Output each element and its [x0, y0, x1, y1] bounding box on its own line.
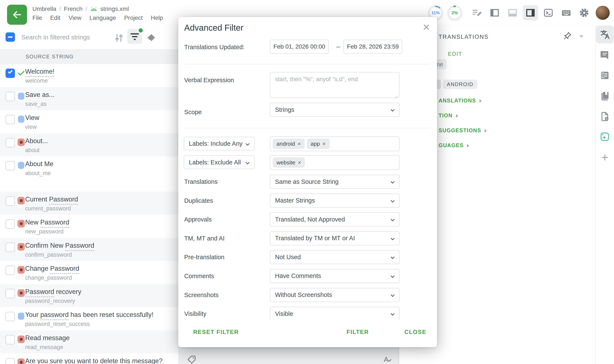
- field-select[interactable]: Same as Source String: [270, 175, 399, 189]
- glossary-term: Password: [50, 265, 79, 274]
- chevron-down-icon[interactable]: [579, 35, 583, 38]
- date-from-input[interactable]: Feb 01, 2026 00:00: [270, 40, 329, 54]
- labels-tag-icon[interactable]: [187, 355, 197, 364]
- row-checkbox[interactable]: [6, 243, 15, 252]
- glossary-tab[interactable]: [596, 87, 614, 105]
- string-list-panel: Search in filtered strings SOURCE STRING: [0, 26, 178, 364]
- status-badge: [17, 358, 25, 364]
- remove-icon[interactable]: ×: [322, 141, 326, 147]
- spellcheck-icon[interactable]: A: [384, 355, 389, 364]
- menu-item[interactable]: Help: [151, 14, 163, 21]
- filter-icon: [130, 33, 139, 41]
- file-info-tab[interactable]: [596, 107, 614, 125]
- field-select[interactable]: Visible: [270, 307, 399, 321]
- filter-field-rows: Translations Same as Source String Dupli…: [178, 175, 437, 326]
- list-item[interactable]: About... about: [0, 133, 178, 156]
- list-item[interactable]: Confirm New Password confirm_password: [0, 238, 178, 261]
- settings-button[interactable]: [576, 5, 592, 20]
- filter-button-active[interactable]: [127, 29, 142, 44]
- date-range-dash: –: [336, 43, 340, 50]
- field-select[interactable]: Without Screenshots: [270, 288, 399, 302]
- list-item[interactable]: Welcome! welcome: [0, 64, 178, 87]
- verbal-expression-textarea[interactable]: start, then "%", anyof "s,d", end: [270, 72, 399, 98]
- labels-exclude-select[interactable]: Labels: Exclude All: [184, 156, 255, 169]
- back-button[interactable]: [7, 5, 27, 25]
- reset-filter-button[interactable]: RESET FILTER: [193, 329, 239, 336]
- row-checkbox[interactable]: [6, 289, 15, 298]
- row-checkbox[interactable]: [6, 196, 15, 206]
- layout-bottom-button[interactable]: [505, 5, 520, 20]
- resize-handle-icon[interactable]: [395, 93, 398, 96]
- scope-label: Scope: [184, 109, 202, 116]
- approved-progress-ring[interactable]: 2%: [447, 5, 462, 20]
- row-checkbox[interactable]: [6, 312, 15, 321]
- breadcrumb-language[interactable]: French: [64, 6, 82, 12]
- remove-icon[interactable]: ×: [298, 159, 301, 166]
- context-tab[interactable]: [596, 66, 614, 84]
- tune-filter-icon[interactable]: [114, 33, 124, 43]
- modal-close-icon[interactable]: ×: [423, 20, 430, 34]
- field-select[interactable]: Translated by TM or MT or AI: [270, 231, 399, 245]
- source-string-title: Welcome!: [25, 68, 54, 75]
- add-tab[interactable]: +: [596, 148, 614, 166]
- row-checkbox[interactable]: [6, 219, 15, 229]
- layout-right-button[interactable]: [523, 5, 538, 20]
- list-item[interactable]: Save as... save_as: [0, 87, 178, 110]
- list-item[interactable]: Current Password current_password: [0, 192, 178, 215]
- menu-item[interactable]: Language: [90, 14, 116, 21]
- comment-icon: [600, 50, 610, 60]
- date-to-input[interactable]: Feb 28, 2026 23:59: [343, 40, 402, 54]
- filter-button[interactable]: FILTER: [347, 329, 369, 336]
- menu-item[interactable]: Project: [124, 14, 143, 21]
- list-item[interactable]: Password recovery password_recovery: [0, 284, 178, 307]
- list-item[interactable]: Are you sure you want to delete this mes…: [0, 353, 178, 364]
- list-item[interactable]: Your password has been reset successfull…: [0, 307, 178, 330]
- comments-tab[interactable]: [596, 46, 614, 64]
- field-select[interactable]: Have Comments: [270, 269, 399, 283]
- status-badge: [17, 335, 25, 343]
- row-checkbox[interactable]: [6, 335, 15, 344]
- close-button[interactable]: CLOSE: [404, 329, 426, 336]
- remove-icon[interactable]: ×: [298, 141, 301, 147]
- user-avatar[interactable]: [596, 6, 610, 20]
- list-item[interactable]: Read message read_message: [0, 330, 178, 353]
- list-item[interactable]: View view: [0, 110, 178, 133]
- console-button[interactable]: [541, 5, 556, 20]
- list-item[interactable]: Change Password change_password: [0, 261, 178, 284]
- layout-left-button[interactable]: [487, 5, 502, 20]
- row-checkbox[interactable]: [6, 266, 15, 275]
- pin-icon[interactable]: [563, 31, 572, 40]
- string-key: change_password: [25, 274, 72, 281]
- row-checkbox[interactable]: [6, 161, 15, 170]
- menu-item[interactable]: View: [68, 14, 81, 21]
- drafts-button[interactable]: [469, 5, 484, 20]
- row-checkbox[interactable]: [6, 115, 15, 124]
- field-select[interactable]: Translated, Not Approved: [270, 212, 399, 226]
- row-checkbox[interactable]: [6, 69, 15, 78]
- edit-link[interactable]: EDIT: [448, 51, 462, 57]
- plugins-icon[interactable]: [146, 33, 156, 43]
- labels-include-select[interactable]: Labels: Include Any: [184, 137, 255, 150]
- list-item[interactable]: About Me about_me: [0, 156, 178, 180]
- row-checkbox[interactable]: [6, 138, 15, 147]
- breadcrumb-project[interactable]: Umbrella: [32, 6, 56, 12]
- row-checkbox[interactable]: [6, 92, 15, 101]
- list-item[interactable]: New Password new_password: [0, 215, 178, 238]
- translations-tab[interactable]: [596, 26, 614, 43]
- menu-item[interactable]: Edit: [50, 14, 60, 21]
- string-key: save_as: [25, 101, 47, 107]
- status-badge: [17, 69, 25, 77]
- menu-item[interactable]: File: [32, 14, 42, 21]
- labels-include-chips[interactable]: android× app×: [270, 136, 399, 151]
- shortcuts-button[interactable]: [559, 5, 574, 20]
- field-select[interactable]: Not Used: [270, 250, 399, 264]
- labels-exclude-chips[interactable]: website×: [270, 155, 399, 170]
- status-badge: [17, 196, 25, 205]
- scope-select[interactable]: Strings: [270, 103, 399, 117]
- row-checkbox[interactable]: [6, 358, 15, 364]
- breadcrumb-file[interactable]: strings.xml: [100, 6, 129, 12]
- search-input[interactable]: Search in filtered strings: [21, 34, 90, 41]
- select-all-checkbox[interactable]: [6, 32, 15, 42]
- field-select[interactable]: Master Strings: [270, 194, 399, 208]
- ai-tab[interactable]: [596, 128, 614, 146]
